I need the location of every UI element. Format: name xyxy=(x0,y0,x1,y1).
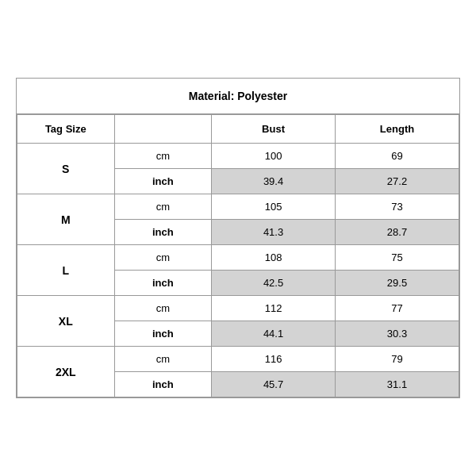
unit-inch-cell: inch xyxy=(114,271,212,296)
inch-bust-cell: 41.3 xyxy=(212,220,336,245)
cm-bust-cell: 112 xyxy=(212,296,336,321)
unit-inch-cell: inch xyxy=(114,372,212,397)
cm-bust-cell: 116 xyxy=(212,347,336,372)
header-bust: Bust xyxy=(212,115,336,144)
table-header-row: Tag Size Bust Length xyxy=(17,115,459,144)
cm-bust-cell: 100 xyxy=(212,144,336,169)
cm-length-cell: 79 xyxy=(336,347,459,372)
unit-inch-cell: inch xyxy=(114,169,212,194)
cm-bust-cell: 105 xyxy=(212,194,336,220)
header-length: Length xyxy=(336,115,459,144)
table-body: Scm10069inch39.427.2Mcm10573inch41.328.7… xyxy=(17,144,459,397)
table-row: 2XLcm11679 xyxy=(17,347,459,372)
unit-cm-cell: cm xyxy=(114,245,212,271)
inch-length-cell: 27.2 xyxy=(336,169,459,194)
inch-bust-cell: 42.5 xyxy=(212,271,336,296)
inch-length-cell: 31.1 xyxy=(336,372,459,397)
inch-length-cell: 30.3 xyxy=(336,321,459,347)
unit-cm-cell: cm xyxy=(114,296,212,321)
cm-bust-cell: 108 xyxy=(212,245,336,271)
inch-bust-cell: 45.7 xyxy=(212,372,336,397)
unit-inch-cell: inch xyxy=(114,321,212,347)
chart-title: Material: Polyester xyxy=(17,79,459,114)
inch-bust-cell: 39.4 xyxy=(212,169,336,194)
size-table: Tag Size Bust Length Scm10069inch39.427.… xyxy=(17,114,459,397)
size-chart-container: Material: Polyester Tag Size Bust Length… xyxy=(16,78,460,398)
size-cell: L xyxy=(17,245,115,296)
table-row: Scm10069 xyxy=(17,144,459,169)
table-row: Lcm10875 xyxy=(17,245,459,271)
cm-length-cell: 69 xyxy=(336,144,459,169)
inch-length-cell: 29.5 xyxy=(336,271,459,296)
header-unit xyxy=(114,115,212,144)
size-cell: M xyxy=(17,194,115,245)
cm-length-cell: 77 xyxy=(336,296,459,321)
inch-length-cell: 28.7 xyxy=(336,220,459,245)
size-cell: XL xyxy=(17,296,115,347)
unit-cm-cell: cm xyxy=(114,347,212,372)
cm-length-cell: 75 xyxy=(336,245,459,271)
header-tag-size: Tag Size xyxy=(17,115,115,144)
inch-bust-cell: 44.1 xyxy=(212,321,336,347)
size-cell: 2XL xyxy=(17,347,115,397)
cm-length-cell: 73 xyxy=(336,194,459,220)
unit-cm-cell: cm xyxy=(114,144,212,169)
table-row: Mcm10573 xyxy=(17,194,459,220)
size-cell: S xyxy=(17,144,115,194)
unit-inch-cell: inch xyxy=(114,220,212,245)
unit-cm-cell: cm xyxy=(114,194,212,220)
table-row: XLcm11277 xyxy=(17,296,459,321)
